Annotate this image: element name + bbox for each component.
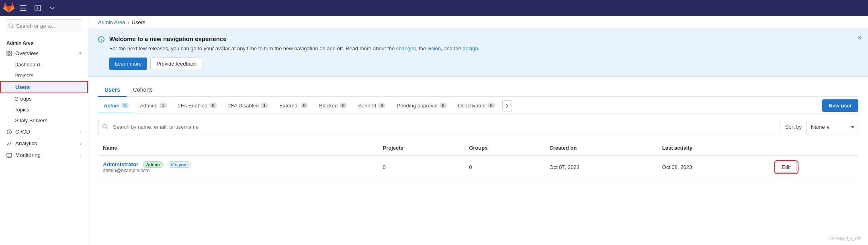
- tab-cohorts[interactable]: Cohorts: [127, 83, 159, 97]
- sidebar-item-users[interactable]: Users: [0, 81, 88, 93]
- banner-title: Welcome to a new navigation experience: [109, 35, 858, 42]
- filter-tab-blocked[interactable]: Blocked 0: [313, 99, 352, 113]
- sort-select[interactable]: Name ∨ Recent sign-in Oldest sign-in Rec…: [807, 120, 858, 134]
- chevron-down-icon: ▾: [79, 51, 82, 56]
- search-input[interactable]: [98, 120, 780, 134]
- user-email: admin@example.com: [103, 168, 373, 173]
- sidebar-search-placeholder: Search or go to...: [16, 23, 56, 29]
- search-sort-row: Sort by Name ∨ Recent sign-in Oldest sig…: [98, 120, 858, 134]
- sidebar-toggle-btn[interactable]: [18, 2, 29, 14]
- sidebar-item-projects[interactable]: Projects: [0, 70, 88, 81]
- sidebar-item-gitaly-servers[interactable]: Gitaly Servers: [0, 115, 88, 126]
- svg-point-12: [101, 38, 102, 39]
- admin-badge: Admin: [143, 161, 164, 168]
- svg-point-13: [103, 124, 106, 128]
- filter-tab-external[interactable]: External 0: [274, 99, 313, 113]
- edit-button[interactable]: Edit: [776, 162, 796, 173]
- user-created: Oct 07, 2023: [545, 155, 657, 179]
- banner-close-button[interactable]: ×: [857, 34, 862, 42]
- sidebar-search-box[interactable]: Search or go to...: [5, 19, 83, 32]
- you-badge: It's you!: [168, 161, 192, 168]
- svg-rect-2: [20, 10, 27, 11]
- col-activity: Last activity: [657, 141, 771, 155]
- search-icon-input: [102, 124, 108, 130]
- chevron-right-icon-cicd: ›: [80, 130, 82, 134]
- new-user-button[interactable]: New user: [822, 99, 858, 112]
- chevron-right-icon: [505, 103, 510, 108]
- filter-tab-admins[interactable]: Admins 1: [134, 99, 172, 113]
- info-icon: [98, 36, 104, 44]
- col-name: Name: [98, 141, 378, 155]
- filter-tab-deactivated[interactable]: Deactivated 0: [452, 99, 501, 113]
- gitlab-logo: [3, 2, 14, 14]
- page-tabs: Users Cohorts: [98, 77, 858, 97]
- breadcrumb-separator: ›: [127, 19, 129, 25]
- sidebar-item-monitoring[interactable]: Monitoring ›: [0, 149, 88, 161]
- overview-icon: [6, 51, 12, 56]
- svg-rect-0: [20, 5, 27, 6]
- page-content: Users Cohorts Active 1 Admins 1: [88, 77, 868, 233]
- tab-users[interactable]: Users: [98, 83, 127, 97]
- col-actions: [771, 141, 858, 155]
- filter-tab-active[interactable]: Active 1: [98, 99, 134, 113]
- users-table: Name Projects Groups Created on Last act…: [98, 141, 858, 179]
- col-projects: Projects: [378, 141, 465, 155]
- sidebar-search-area: Search or go to...: [0, 16, 88, 35]
- sidebar-item-overview[interactable]: Overview ▾: [0, 47, 88, 59]
- changes-link[interactable]: changes: [396, 45, 416, 51]
- top-bar: [0, 0, 868, 16]
- filter-tab-2fa-disabled[interactable]: 2FA Disabled 1: [223, 99, 274, 113]
- user-name-link[interactable]: Administrator: [103, 161, 139, 167]
- sidebar-item-dashboard[interactable]: Dashboard: [0, 59, 88, 70]
- user-projects: 0: [378, 155, 465, 179]
- breadcrumb: Admin Area › Users: [88, 16, 868, 29]
- sidebar-item-topics[interactable]: Topics: [0, 104, 88, 115]
- chevron-right-icon-monitoring: ›: [80, 153, 82, 158]
- vision-link[interactable]: vision: [428, 45, 441, 51]
- user-activity: Oct 08, 2023: [657, 155, 771, 179]
- filter-tab-2fa-enabled[interactable]: 2FA Enabled 0: [172, 99, 223, 113]
- sidebar-item-cicd[interactable]: CI/CD ›: [0, 126, 88, 138]
- table-row: Administrator Admin It's you! admin@exam…: [98, 155, 858, 179]
- user-groups: 0: [464, 155, 545, 179]
- monitoring-icon: [6, 152, 12, 158]
- search-icon: [8, 23, 14, 29]
- chevron-right-icon-analytics: ›: [80, 141, 82, 146]
- banner-content: Welcome to a new navigation experience F…: [109, 35, 858, 70]
- search-input-wrap: [98, 120, 780, 134]
- learn-more-button[interactable]: Learn more: [109, 58, 147, 70]
- cicd-icon: [6, 129, 12, 135]
- breadcrumb-current: Users: [132, 19, 145, 25]
- welcome-banner: Welcome to a new navigation experience F…: [88, 29, 868, 77]
- sidebar-item-analytics[interactable]: Analytics ›: [0, 138, 88, 149]
- svg-rect-10: [7, 153, 12, 157]
- filter-tab-banned[interactable]: Banned 0: [352, 99, 391, 113]
- sidebar-item-groups[interactable]: Groups: [0, 93, 88, 104]
- svg-rect-5: [7, 51, 9, 53]
- user-actions: Edit: [771, 155, 858, 179]
- svg-rect-8: [10, 54, 12, 56]
- filter-tab-pending-approval[interactable]: Pending approval 0: [391, 99, 452, 113]
- sidebar-section-label: Admin Area: [0, 35, 88, 47]
- breadcrumb-parent[interactable]: Admin Area: [98, 19, 125, 25]
- banner-description: For the next few releases, you can go to…: [109, 45, 858, 53]
- svg-rect-1: [20, 8, 27, 8]
- user-name-cell: Administrator Admin It's you! admin@exam…: [98, 155, 378, 179]
- sidebar: Search or go to... Admin Area Overview ▾…: [0, 16, 88, 245]
- analytics-icon: [6, 141, 12, 146]
- more-btn-topbar[interactable]: [47, 2, 58, 14]
- col-groups: Groups: [464, 141, 545, 155]
- new-tab-btn[interactable]: [32, 2, 43, 14]
- svg-rect-6: [10, 51, 12, 53]
- sort-label: Sort by: [785, 124, 802, 130]
- banner-actions: Learn more Provide feedback: [109, 58, 858, 70]
- col-created: Created on: [545, 141, 657, 155]
- content-area: Admin Area › Users Welcome to a new navi…: [88, 16, 868, 245]
- filter-more-button[interactable]: [502, 100, 512, 111]
- sidebar-label-overview: Overview: [15, 50, 38, 56]
- footer-note: CSDN@七七722: [88, 233, 868, 245]
- filter-bar: Active 1 Admins 1 2FA Enabled 0 2FA Disa…: [98, 97, 858, 113]
- provide-feedback-button[interactable]: Provide feedback: [150, 58, 203, 70]
- svg-rect-7: [7, 54, 9, 56]
- design-link[interactable]: design: [463, 45, 478, 51]
